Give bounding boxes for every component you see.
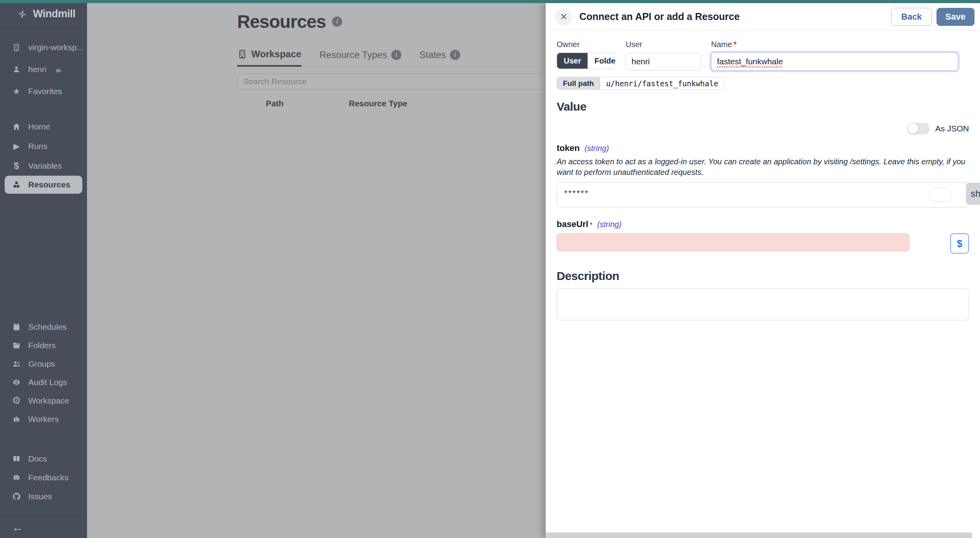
sidebar-item-feedbacks[interactable]: Feedbacks [0, 468, 87, 487]
app-logo[interactable]: Windmill [0, 3, 87, 25]
sidebar-item-label: Groups [28, 359, 55, 369]
as-json-label: As JSON [935, 124, 969, 133]
baseurl-label: baseUrl [557, 219, 588, 229]
sidebar-item-label: Feedbacks [28, 473, 69, 482]
sidebar-item-favorites[interactable]: ★ Favorites [0, 80, 87, 102]
sidebar-item-variables[interactable]: $ Variables [0, 156, 87, 176]
horizontal-scrollbar[interactable] [546, 533, 972, 538]
tab-workspace[interactable]: Workspace [237, 43, 301, 67]
tab-resource-types[interactable]: Resource Types i [319, 43, 401, 67]
token-label: token [557, 143, 580, 153]
sidebar-item-groups[interactable]: Groups [0, 354, 87, 373]
sidebar-item-workers[interactable]: Workers [0, 410, 87, 428]
description-textarea[interactable] [557, 288, 969, 320]
collapse-sidebar-button[interactable]: ← [0, 518, 87, 537]
eye-icon [12, 378, 21, 387]
description-heading: Description [557, 269, 969, 283]
sidebar-item-label: Audit Logs [28, 378, 67, 387]
as-json-toggle[interactable] [907, 123, 930, 134]
name-label: Name* [711, 40, 958, 49]
sidebar-item-workspace-settings[interactable]: ⚙ Workspace [0, 391, 87, 410]
add-resource-drawer: ✕ Connect an API or add a Resource Back … [546, 3, 980, 538]
book-icon [12, 454, 21, 463]
search-input[interactable] [237, 74, 547, 89]
owner-option-user[interactable]: User [557, 53, 588, 69]
arrow-left-icon: ← [12, 521, 24, 534]
owner-option-folder[interactable]: Folder [588, 53, 616, 69]
sidebar-item-resources[interactable]: Resources [5, 176, 82, 194]
info-icon[interactable]: i [450, 50, 460, 60]
home-icon [12, 122, 21, 131]
gear-icon: ⚙ [12, 396, 21, 405]
baseurl-row: $ [557, 233, 969, 254]
info-icon[interactable]: i [332, 16, 342, 27]
github-icon [12, 492, 21, 501]
owner-row: Owner User Folder User Name* fastest_fun… [557, 40, 969, 71]
token-label-row: token (string) [557, 143, 969, 153]
windmill-app: Windmill virgin-worksp... henri ★ F [0, 0, 980, 538]
token-type: (string) [584, 144, 609, 153]
full-path-label: Full path [557, 77, 600, 89]
building-icon [12, 43, 21, 52]
required-asterisk: * [590, 222, 592, 228]
sidebar-item-label: Variables [28, 161, 62, 171]
sidebar-item-folders[interactable]: Folders [0, 336, 87, 354]
name-input[interactable]: fastest_funkwhale [711, 53, 958, 71]
sidebar-item-docs[interactable]: Docs [0, 449, 87, 468]
user-label: User [626, 40, 701, 49]
sidebar-item-label: Home [28, 122, 50, 131]
sidebar-admin-menu: Schedules Folders Groups Audit Logs [0, 318, 87, 428]
baseurl-input[interactable] [557, 233, 909, 251]
save-button[interactable]: Save [936, 8, 975, 26]
column-header-resource-type: Resource Type [349, 99, 407, 108]
name-value: fastest_funkwhale [717, 57, 783, 66]
sidebar-item-schedules[interactable]: Schedules [0, 318, 87, 336]
tab-label: Resource Types [319, 49, 387, 60]
tab-label: Workspace [251, 49, 301, 60]
value-heading: Value [557, 100, 969, 113]
required-asterisk: * [733, 40, 737, 49]
sidebar-main-menu: Home ▶ Runs $ Variables Resources [0, 117, 87, 194]
sidebar-item-home[interactable]: Home [0, 117, 87, 136]
star-icon: ★ [12, 87, 21, 96]
discord-icon [12, 473, 21, 482]
sidebar-item-label: Workspace [28, 396, 69, 405]
page-title: Resources [237, 11, 326, 32]
sidebar-item-workspace-selector[interactable]: virgin-worksp... [0, 36, 87, 58]
back-button[interactable]: Back [891, 8, 932, 26]
workspace-name: virgin-worksp... [28, 43, 83, 52]
token-input-wrap [557, 182, 969, 207]
full-path-display: Full path u/henri/fastest_funkwhale [557, 77, 724, 90]
user-field: User [626, 40, 701, 71]
dollar-icon: $ [12, 161, 21, 171]
info-icon[interactable]: i [391, 50, 401, 60]
baseurl-type: (string) [597, 220, 621, 229]
sidebar-item-audit-logs[interactable]: Audit Logs [0, 373, 87, 391]
show-password-clipped-button[interactable]: sh [966, 183, 980, 205]
tab-states[interactable]: States i [419, 43, 460, 67]
user-input[interactable] [626, 53, 701, 71]
bot-icon [12, 414, 21, 424]
baseurl-label-row: baseUrl* (string) [557, 219, 969, 229]
reveal-password-pill[interactable] [929, 187, 952, 202]
sidebar-item-label: Workers [28, 414, 59, 424]
as-json-row: As JSON [557, 123, 969, 134]
token-input[interactable] [557, 182, 969, 207]
owner-label: Owner [557, 40, 616, 49]
variable-picker-button[interactable]: $ [950, 233, 969, 254]
close-icon[interactable]: ✕ [555, 8, 572, 25]
full-path-value: u/henri/fastest_funkwhale [600, 77, 724, 89]
baseurl-field: baseUrl* (string) $ [557, 219, 969, 254]
resources-tabs: Workspace Resource Types i States i [237, 43, 547, 67]
folder-icon [12, 341, 21, 350]
sidebar-item-label: Docs [28, 454, 47, 463]
play-icon: ▶ [12, 142, 21, 151]
sidebar-item-issues[interactable]: Issues [0, 487, 87, 506]
cubes-icon [12, 180, 21, 189]
sidebar-item-label: Resources [28, 180, 70, 189]
sidebar: Windmill virgin-worksp... henri ★ F [0, 3, 87, 538]
sidebar-item-runs[interactable]: ▶ Runs [0, 136, 87, 156]
sidebar-item-user[interactable]: henri [0, 58, 87, 80]
sidebar-workspace-group: virgin-worksp... henri ★ Favorites [0, 36, 87, 102]
groups-icon [12, 359, 21, 369]
